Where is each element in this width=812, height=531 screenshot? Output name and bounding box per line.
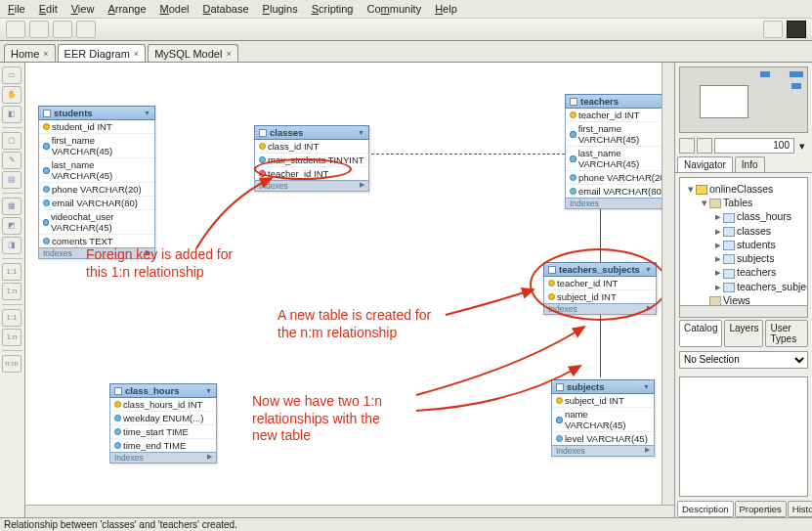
tree-db[interactable]: ▾onlineClasses	[682, 182, 805, 196]
tool-rel-1-n[interactable]: 1:n	[2, 283, 21, 300]
zoom-out-button[interactable]	[679, 138, 695, 154]
tab-user-types[interactable]: User Types	[765, 320, 808, 347]
tool-rel-n-m[interactable]: n:m	[2, 355, 21, 373]
tab-home-label: Home	[11, 48, 39, 60]
close-icon[interactable]: ×	[226, 49, 231, 59]
sidebar-nav-tabs: Navigator Info	[675, 156, 812, 173]
tree-views-folder[interactable]: Views	[682, 293, 805, 306]
vertical-scrollbar[interactable]	[662, 63, 674, 505]
tab-history[interactable]: History	[788, 501, 812, 517]
menu-arrange[interactable]: Arrange	[107, 3, 146, 15]
highlight-ellipse	[530, 248, 668, 321]
er-table-subjects[interactable]: subjects▼subject_id INTname VARCHAR(45)l…	[551, 379, 655, 457]
selection-dropdown[interactable]: No Selection	[679, 351, 808, 369]
horizontal-scrollbar[interactable]	[25, 505, 674, 517]
selection-row: No Selection	[675, 347, 812, 373]
menu-edit[interactable]: Edit	[39, 3, 58, 15]
main-area: ▭ ✋ ◧ ▢ ✎ ▤ ▦ ◩ ◨ 1:1 1:n 1:1 1:n n:m st…	[0, 63, 812, 517]
tool-pointer[interactable]: ▭	[2, 66, 21, 84]
arrow-icon	[446, 289, 534, 315]
dropdown-icon[interactable]: ▾	[796, 140, 808, 153]
toolbar-btn-1[interactable]	[6, 21, 25, 38]
status-bar: Relationship between 'classes' and 'teac…	[0, 517, 812, 531]
tab-catalog[interactable]: Catalog	[679, 320, 722, 347]
tool-rel-1-n-id[interactable]: 1:n	[2, 329, 21, 346]
navigator-minimap[interactable]	[679, 66, 808, 133]
menu-database[interactable]: Database	[202, 3, 248, 15]
zoom-control: 100 ▾	[675, 137, 812, 155]
tool-hand[interactable]: ✋	[2, 86, 21, 104]
menu-model[interactable]: Model	[160, 3, 190, 15]
tree-tables-folder[interactable]: ▾Tables	[682, 196, 805, 209]
sidebar-bottom-tabs: Description Properties History	[675, 501, 812, 517]
annotation-text: Foreign key is added forthis 1:n relatio…	[86, 246, 233, 281]
menu-file[interactable]: File	[8, 3, 25, 15]
tab-description[interactable]: Description	[677, 501, 734, 517]
tool-rel-1-1[interactable]: 1:1	[2, 263, 21, 281]
zoom-in-button[interactable]	[697, 138, 712, 154]
tree-table-item[interactable]: ▸teachers	[682, 265, 805, 279]
relation-line	[371, 154, 565, 155]
relation-line	[600, 311, 601, 377]
tool-palette: ▭ ✋ ◧ ▢ ✎ ▤ ▦ ◩ ◨ 1:1 1:n 1:1 1:n n:m	[0, 63, 25, 517]
annotation-text: Now we have two 1:nrelationships with th…	[252, 393, 382, 445]
toolbar-terminal-icon[interactable]	[787, 21, 806, 38]
toolbar-btn-4[interactable]	[76, 21, 96, 38]
menu-plugins[interactable]: Plugins	[263, 3, 298, 15]
tree-table-item[interactable]: ▸classes	[682, 224, 805, 238]
close-icon[interactable]: ×	[43, 49, 48, 59]
menu-help[interactable]: Help	[435, 3, 457, 15]
tool-table[interactable]: ▦	[2, 198, 21, 215]
tool-layer[interactable]: ▢	[2, 132, 21, 150]
toolbar-btn-2[interactable]	[29, 21, 49, 38]
tree-table-item[interactable]: ▸class_hours	[682, 209, 805, 223]
right-sidebar: 100 ▾ Navigator Info ▾onlineClasses ▾Tab…	[675, 63, 812, 517]
er-table-class-hours[interactable]: class_hours▼class_hours_id INTweekday EN…	[109, 383, 217, 464]
close-icon[interactable]: ×	[134, 49, 139, 59]
annotation-text: A new table is created forthe n:m relati…	[278, 307, 431, 341]
tab-navigator[interactable]: Navigator	[677, 156, 733, 172]
document-tabs: Home × EER Diagram × MySQL Model ×	[0, 41, 812, 63]
sidebar-catalog-tabs: Catalog Layers User Types	[675, 320, 812, 347]
tool-routine[interactable]: ◨	[2, 237, 21, 254]
toolbar-btn-5[interactable]	[763, 21, 783, 38]
preview-pane	[679, 376, 808, 498]
tool-rel-1-1-id[interactable]: 1:1	[2, 309, 21, 327]
tab-eer-label: EER Diagram	[64, 48, 130, 60]
er-table-students[interactable]: students▼student_id INTfirst_name VARCHA…	[38, 106, 155, 259]
tab-home[interactable]: Home ×	[4, 44, 56, 62]
tab-model-label: MySQL Model	[154, 48, 222, 60]
menu-view[interactable]: View	[71, 3, 95, 15]
tab-properties[interactable]: Properties	[735, 501, 787, 517]
tool-image[interactable]: ▤	[2, 171, 21, 189]
tool-note[interactable]: ✎	[2, 152, 21, 169]
diagram-canvas[interactable]: students▼student_id INTfirst_name VARCHA…	[25, 63, 675, 517]
menu-community[interactable]: Community	[367, 3, 422, 15]
zoom-value[interactable]: 100	[714, 138, 794, 154]
menu-scripting[interactable]: Scripting	[312, 3, 354, 15]
tab-layers[interactable]: Layers	[724, 320, 763, 347]
tab-eer-diagram[interactable]: EER Diagram ×	[58, 44, 147, 62]
tree-table-item[interactable]: ▸teachers_subjects	[682, 280, 805, 293]
er-table-teachers[interactable]: teachers▼teacher_id INTfirst_name VARCHA…	[565, 94, 675, 209]
tab-info[interactable]: Info	[735, 156, 765, 172]
status-text: Relationship between 'classes' and 'teac…	[4, 519, 237, 530]
tree-scrollbar[interactable]	[679, 306, 808, 318]
schema-tree[interactable]: ▾onlineClasses ▾Tables ▸class_hours ▸cla…	[679, 177, 808, 306]
tab-mysql-model[interactable]: MySQL Model ×	[148, 44, 238, 62]
tree-table-item[interactable]: ▸students	[682, 238, 805, 251]
tool-view[interactable]: ◩	[2, 217, 21, 235]
main-toolbar	[0, 18, 812, 41]
menu-bar: File Edit View Arrange Model Database Pl…	[0, 0, 812, 18]
tree-table-item[interactable]: ▸subjects	[682, 251, 805, 265]
toolbar-btn-3[interactable]	[53, 21, 72, 38]
tool-eraser[interactable]: ◧	[2, 106, 21, 123]
highlight-ellipse	[254, 158, 352, 180]
